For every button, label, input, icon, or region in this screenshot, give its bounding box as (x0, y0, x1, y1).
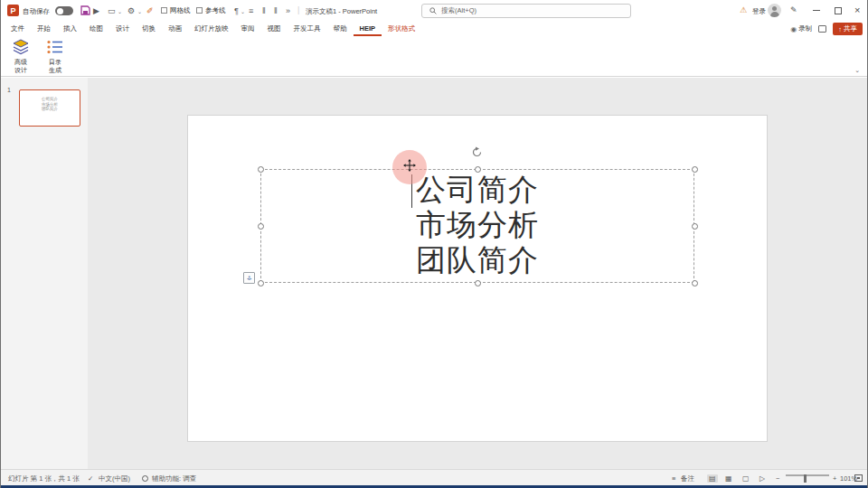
shape-tool-icon[interactable]: ▭ (108, 5, 116, 16)
sign-in-label[interactable]: 登录 (752, 7, 766, 16)
distribute-horizontal-icon[interactable]: ‖ (262, 5, 266, 16)
tab-draw[interactable]: 绘图 (83, 22, 109, 36)
autofit-vertical-icon: ↕ (244, 273, 254, 283)
document-title: 演示文稿1 - PowerPoint (306, 7, 377, 16)
comments-icon[interactable] (818, 25, 826, 33)
zoom-slider-thumb[interactable] (804, 474, 807, 483)
fit-to-window-icon[interactable] (854, 474, 863, 482)
resize-handle-top-right[interactable] (692, 166, 698, 173)
close-button[interactable]: × (854, 5, 860, 15)
tab-home[interactable]: 开始 (31, 22, 57, 36)
tab-slideshow[interactable]: 幻灯片放映 (188, 22, 235, 36)
list-icon (45, 39, 65, 55)
status-bar: 幻灯片 第 1 张，共 1 张 ✓ 中文(中国) 辅助功能: 调查 ≡ 备注 ▤… (1, 469, 867, 485)
editing-mode-icon[interactable]: ✎ (790, 5, 797, 14)
tab-insert[interactable]: 插入 (57, 22, 83, 36)
autofit-options-button[interactable]: ↔ ↕ (243, 272, 255, 284)
layered-design-icon (11, 39, 31, 55)
resize-handle-top-left[interactable] (258, 166, 264, 173)
slide-number: 1 (7, 87, 11, 93)
paragraph-icon[interactable]: ¶ (234, 5, 239, 16)
move-cursor-icon (403, 159, 416, 172)
align-icon[interactable]: ≡ (249, 5, 253, 16)
avatar-person-icon (772, 6, 777, 11)
maximize-button[interactable] (835, 7, 842, 14)
accessibility-icon (142, 475, 148, 482)
resize-handle-top-middle[interactable] (475, 166, 481, 173)
titlebar-separator: | (297, 5, 299, 14)
tab-file[interactable]: 文件 (5, 22, 31, 36)
settings-caret-icon[interactable]: ⌄ (137, 8, 142, 14)
slide-thumbnail-panel[interactable]: 1 公司简介 市场分析 团队简介 (1, 78, 88, 469)
guides-label[interactable]: 参考线 (205, 6, 226, 15)
rotate-handle-icon[interactable] (471, 146, 483, 158)
share-arrow-icon: ↑ (838, 25, 842, 33)
format-painter-icon[interactable]: ✐ (146, 5, 154, 16)
accessibility-status[interactable]: 辅助功能: 调查 (152, 474, 196, 483)
minimize-button[interactable] (813, 10, 820, 11)
autosave-toggle[interactable] (55, 6, 73, 15)
guides-checkbox[interactable] (196, 7, 203, 14)
language-indicator[interactable]: 中文(中国) (99, 474, 130, 483)
textbox-selection-border[interactable] (260, 169, 694, 283)
search-input[interactable]: 搜索(Alt+Q) (421, 4, 631, 18)
zoom-out-button[interactable]: − (776, 474, 779, 483)
settings-icon[interactable]: ⚙ (127, 5, 135, 16)
qat-overflow-icon[interactable]: » (286, 5, 290, 16)
tab-help[interactable]: 帮助 (327, 22, 354, 36)
powerpoint-logo-icon: P (7, 5, 19, 16)
tab-review[interactable]: 审阅 (235, 22, 261, 36)
zoom-slider-track[interactable] (786, 474, 829, 476)
search-placeholder: 搜索(Alt+Q) (441, 6, 476, 15)
resize-handle-bottom-right[interactable] (692, 280, 698, 286)
reading-view-button[interactable]: ▢ (742, 474, 750, 483)
spellcheck-icon[interactable]: ✓ (88, 474, 93, 483)
gridlines-label[interactable]: 网格线 (170, 6, 191, 15)
record-button[interactable]: ◉ 录制 (790, 24, 812, 33)
shape-tool-caret-icon[interactable]: ⌄ (118, 8, 122, 14)
account-avatar[interactable] (768, 4, 781, 17)
distribute-vertical-icon[interactable]: ‖ (274, 5, 278, 16)
ribbon-content: 高级 设计 目录 生成 ⌄ (1, 36, 867, 77)
title-bar: P 自动保存 ▶ ▭ ⌄ ⚙ ⌄ ✐ 网格线 参考线 ¶ ⌄ ≡ ‖ ‖ » |… (1, 0, 867, 22)
resize-handle-middle-right[interactable] (692, 223, 698, 230)
notes-icon: ≡ (672, 474, 675, 483)
avatar-person-icon (770, 12, 779, 17)
resize-handle-middle-left[interactable] (258, 223, 264, 230)
warning-icon[interactable]: ⚠ (740, 5, 747, 14)
normal-view-button[interactable]: ▤ (707, 474, 718, 483)
advanced-design-button[interactable]: 高级 设计 (4, 39, 38, 75)
autosave-label: 自动保存 (23, 7, 50, 16)
tab-transitions[interactable]: 切换 (136, 22, 162, 36)
powerpoint-window: P 自动保存 ▶ ▭ ⌄ ⚙ ⌄ ✐ 网格线 参考线 ¶ ⌄ ≡ ‖ ‖ » |… (0, 0, 868, 488)
slide-info[interactable]: 幻灯片 第 1 张，共 1 张 (8, 474, 80, 483)
ribbon-tab-row: 文件 开始 插入 绘图 设计 切换 动画 幻灯片放映 审阅 视图 开发工具 帮助… (1, 22, 867, 36)
notes-button[interactable]: 备注 (681, 474, 694, 483)
gridlines-checkbox[interactable] (161, 7, 167, 14)
zoom-in-button[interactable]: + (833, 474, 836, 483)
thumbnail-text-line: 团队简介 (20, 107, 80, 112)
ribbon-right-actions: ◉ 录制 ↑ 共享 (790, 22, 863, 36)
tab-animations[interactable]: 动画 (162, 22, 188, 36)
tab-view[interactable]: 视图 (261, 22, 288, 36)
ribbon-collapse-icon[interactable]: ⌄ (854, 67, 860, 74)
slide-thumbnail[interactable]: 公司简介 市场分析 团队简介 (19, 89, 80, 127)
tab-developer[interactable]: 开发工具 (288, 22, 327, 36)
record-icon: ◉ (790, 25, 797, 33)
paragraph-caret-icon[interactable]: ⌄ (241, 8, 245, 14)
toc-generate-button[interactable]: 目录 生成 (38, 39, 72, 75)
tab-design[interactable]: 设计 (109, 22, 136, 36)
slideshow-from-start-icon[interactable]: ▶ (93, 5, 99, 16)
toggle-knob (57, 8, 63, 14)
search-icon (429, 7, 437, 14)
tab-heip[interactable]: HEIP (354, 22, 382, 36)
slideshow-view-button[interactable]: ▷ (760, 474, 765, 483)
slide-sorter-view-button[interactable]: ▦ (725, 474, 732, 483)
tab-shape-format[interactable]: 形状格式 (382, 22, 421, 36)
resize-handle-bottom-middle[interactable] (475, 280, 481, 286)
resize-handle-bottom-left[interactable] (258, 280, 264, 286)
share-button[interactable]: ↑ 共享 (833, 23, 863, 35)
save-icon[interactable] (80, 5, 90, 15)
